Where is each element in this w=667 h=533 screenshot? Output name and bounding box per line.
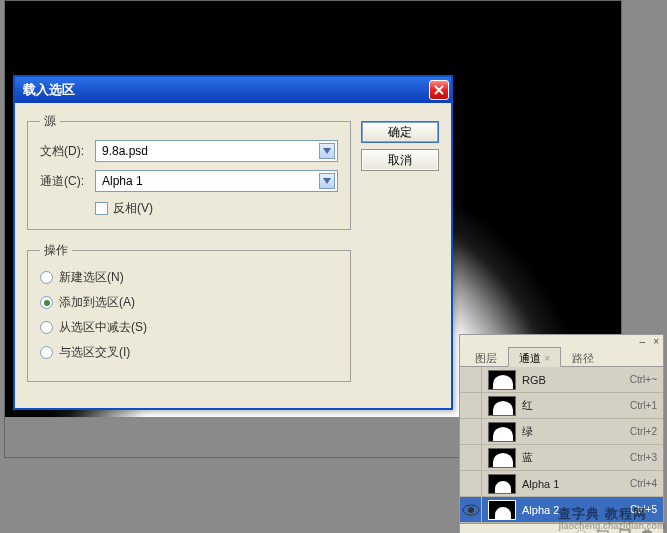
visibility-toggle[interactable] bbox=[460, 367, 482, 392]
channel-row[interactable]: 绿Ctrl+2 bbox=[460, 419, 663, 445]
invert-checkbox[interactable] bbox=[95, 202, 108, 215]
watermark-sub: jiaocheng.chazidian.com bbox=[558, 521, 665, 531]
document-label: 文档(D): bbox=[40, 143, 95, 160]
panel-tabs: 图层 通道 路径 bbox=[460, 347, 663, 367]
visibility-toggle[interactable] bbox=[460, 445, 482, 470]
radio-new-input[interactable] bbox=[40, 271, 53, 284]
channel-thumbnail bbox=[488, 448, 516, 468]
invert-label: 反相(V) bbox=[113, 200, 153, 217]
channel-thumbnail bbox=[488, 474, 516, 494]
channel-row[interactable]: Alpha 1Ctrl+4 bbox=[460, 471, 663, 497]
radio-new[interactable]: 新建选区(N) bbox=[40, 269, 338, 286]
chevron-down-icon bbox=[323, 148, 331, 154]
channel-shortcut: Ctrl+~ bbox=[630, 374, 657, 385]
watermark-main: 查字典 教程网 bbox=[558, 506, 647, 521]
channel-row[interactable]: RGBCtrl+~ bbox=[460, 367, 663, 393]
tab-paths-label: 路径 bbox=[572, 352, 594, 364]
visibility-toggle[interactable] bbox=[460, 497, 482, 522]
channel-thumbnail bbox=[488, 370, 516, 390]
source-fieldset: 源 文档(D): 9.8a.psd 通道(C): Alpha 1 bbox=[27, 113, 351, 230]
channel-row: 通道(C): Alpha 1 bbox=[40, 170, 338, 192]
document-value: 9.8a.psd bbox=[102, 144, 148, 158]
close-icon bbox=[434, 85, 444, 95]
close-button[interactable] bbox=[429, 80, 449, 100]
channel-name: 绿 bbox=[522, 424, 630, 439]
channel-shortcut: Ctrl+4 bbox=[630, 478, 657, 489]
radio-add-label: 添加到选区(A) bbox=[59, 294, 135, 311]
visibility-toggle[interactable] bbox=[460, 419, 482, 444]
tab-layers-label: 图层 bbox=[475, 352, 497, 364]
radio-subtract-input[interactable] bbox=[40, 321, 53, 334]
channel-name: 红 bbox=[522, 398, 630, 413]
dropdown-button[interactable] bbox=[319, 173, 335, 189]
dialog-title: 载入选区 bbox=[23, 81, 429, 99]
operation-fieldset: 操作 新建选区(N) 添加到选区(A) 从选区中减去(S) 与选区交叉(I) bbox=[27, 242, 351, 382]
watermark: 查字典 教程网 jiaocheng.chazidian.com bbox=[558, 505, 665, 531]
invert-row[interactable]: 反相(V) bbox=[95, 200, 338, 217]
panel-header: – × bbox=[460, 335, 663, 347]
channel-thumbnail bbox=[488, 422, 516, 442]
radio-intersect-input[interactable] bbox=[40, 346, 53, 359]
chevron-down-icon bbox=[323, 178, 331, 184]
load-selection-dialog: 载入选区 源 文档(D): 9.8a.psd 通道(C): Alpha 1 bbox=[13, 75, 453, 410]
tab-paths[interactable]: 路径 bbox=[561, 347, 605, 367]
ok-label: 确定 bbox=[388, 124, 412, 141]
channel-name: 蓝 bbox=[522, 450, 630, 465]
visibility-toggle[interactable] bbox=[460, 393, 482, 418]
channel-thumbnail bbox=[488, 396, 516, 416]
channels-panel: – × 图层 通道 路径 RGBCtrl+~红Ctrl+1绿Ctrl+2蓝Ctr… bbox=[459, 334, 664, 533]
radio-add[interactable]: 添加到选区(A) bbox=[40, 294, 338, 311]
dropdown-button[interactable] bbox=[319, 143, 335, 159]
radio-subtract-label: 从选区中减去(S) bbox=[59, 319, 147, 336]
dialog-left-column: 源 文档(D): 9.8a.psd 通道(C): Alpha 1 bbox=[27, 113, 351, 394]
dialog-buttons: 确定 取消 bbox=[361, 121, 439, 171]
dialog-titlebar[interactable]: 载入选区 bbox=[15, 77, 451, 103]
cancel-label: 取消 bbox=[388, 152, 412, 169]
tab-channels[interactable]: 通道 bbox=[508, 347, 561, 367]
channel-shortcut: Ctrl+2 bbox=[630, 426, 657, 437]
channel-shortcut: Ctrl+3 bbox=[630, 452, 657, 463]
visibility-toggle[interactable] bbox=[460, 471, 482, 496]
channel-label: 通道(C): bbox=[40, 173, 95, 190]
ok-button[interactable]: 确定 bbox=[361, 121, 439, 143]
radio-new-label: 新建选区(N) bbox=[59, 269, 124, 286]
cancel-button[interactable]: 取消 bbox=[361, 149, 439, 171]
close-panel-icon[interactable]: × bbox=[653, 336, 659, 347]
channel-value: Alpha 1 bbox=[102, 174, 143, 188]
channel-name: RGB bbox=[522, 374, 630, 386]
channel-name: Alpha 1 bbox=[522, 478, 630, 490]
channel-select[interactable]: Alpha 1 bbox=[95, 170, 338, 192]
document-select[interactable]: 9.8a.psd bbox=[95, 140, 338, 162]
channel-list: RGBCtrl+~红Ctrl+1绿Ctrl+2蓝Ctrl+3Alpha 1Ctr… bbox=[460, 367, 663, 523]
dialog-body: 源 文档(D): 9.8a.psd 通道(C): Alpha 1 bbox=[15, 103, 451, 408]
eye-icon bbox=[461, 500, 481, 520]
channel-row[interactable]: 红Ctrl+1 bbox=[460, 393, 663, 419]
radio-subtract[interactable]: 从选区中减去(S) bbox=[40, 319, 338, 336]
radio-add-input[interactable] bbox=[40, 296, 53, 309]
radio-intersect[interactable]: 与选区交叉(I) bbox=[40, 344, 338, 361]
radio-intersect-label: 与选区交叉(I) bbox=[59, 344, 130, 361]
source-legend: 源 bbox=[40, 113, 60, 130]
channel-shortcut: Ctrl+1 bbox=[630, 400, 657, 411]
operation-legend: 操作 bbox=[40, 242, 72, 259]
tab-layers[interactable]: 图层 bbox=[464, 347, 508, 367]
tab-channels-label: 通道 bbox=[519, 352, 541, 364]
minimize-icon[interactable]: – bbox=[640, 336, 646, 347]
svg-point-1 bbox=[468, 507, 474, 513]
channel-thumbnail bbox=[488, 500, 516, 520]
channel-row[interactable]: 蓝Ctrl+3 bbox=[460, 445, 663, 471]
document-row: 文档(D): 9.8a.psd bbox=[40, 140, 338, 162]
